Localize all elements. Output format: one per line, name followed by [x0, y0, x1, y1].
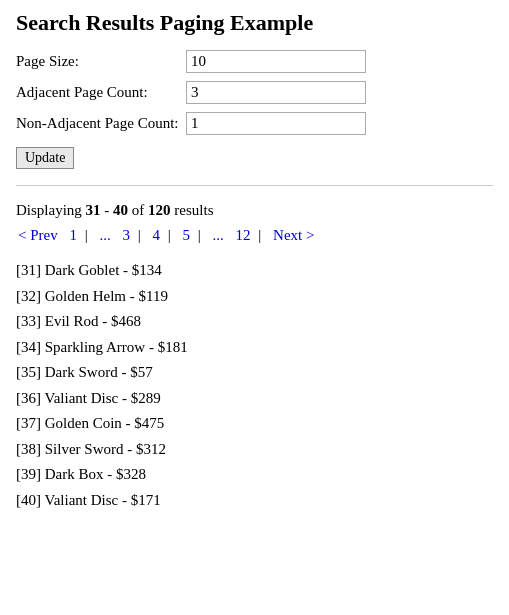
total: 120	[148, 202, 171, 218]
pagination: < Prev 1 | ... 3 | 4 | 5 | ... 12 | Next…	[16, 227, 493, 244]
results-text: results	[171, 202, 214, 218]
settings-form: Page Size: Adjacent Page Count: Non-Adja…	[16, 50, 493, 169]
page-3-link[interactable]: 3	[120, 227, 132, 244]
sep5: |	[132, 227, 143, 244]
page-size-label: Page Size:	[16, 53, 186, 70]
sep2: |	[79, 227, 90, 244]
list-item: [40] Valiant Disc - $171	[16, 488, 493, 514]
page-size-row: Page Size:	[16, 50, 493, 73]
list-item: [37] Golden Coin - $475	[16, 411, 493, 437]
sep3	[90, 227, 98, 244]
results-list: [31] Dark Goblet - $134[32] Golden Helm …	[16, 258, 493, 513]
sep1	[60, 227, 68, 244]
list-item: [35] Dark Sword - $57	[16, 360, 493, 386]
range-start: 31	[86, 202, 101, 218]
update-button[interactable]: Update	[16, 147, 74, 169]
non-adjacent-page-count-label: Non-Adjacent Page Count:	[16, 115, 186, 132]
page-1-link[interactable]: 1	[67, 227, 79, 244]
adjacent-page-count-label: Adjacent Page Count:	[16, 84, 186, 101]
ellipsis-2[interactable]: ...	[211, 227, 226, 244]
adjacent-page-count-row: Adjacent Page Count:	[16, 81, 493, 104]
range-end: 40	[113, 202, 128, 218]
sep11	[226, 227, 234, 244]
list-item: [38] Silver Sword - $312	[16, 437, 493, 463]
sep12: |	[253, 227, 264, 244]
sep6	[143, 227, 151, 244]
list-item: [36] Valiant Disc - $289	[16, 386, 493, 412]
prev-page-link[interactable]: < Prev	[16, 227, 60, 244]
list-item: [31] Dark Goblet - $134	[16, 258, 493, 284]
of-text: of	[128, 202, 148, 218]
list-item: [33] Evil Rod - $468	[16, 309, 493, 335]
range-sep: -	[101, 202, 114, 218]
sep10	[203, 227, 211, 244]
sep9: |	[192, 227, 203, 244]
display-info: Displaying 31 - 40 of 120 results	[16, 202, 493, 219]
non-adjacent-page-count-row: Non-Adjacent Page Count:	[16, 112, 493, 135]
page-title: Search Results Paging Example	[16, 10, 493, 36]
sep7: |	[162, 227, 173, 244]
page-12-link[interactable]: 12	[234, 227, 253, 244]
list-item: [39] Dark Box - $328	[16, 462, 493, 488]
sep8	[173, 227, 181, 244]
list-item: [32] Golden Helm - $119	[16, 284, 493, 310]
divider	[16, 185, 493, 186]
page-5-link[interactable]: 5	[181, 227, 193, 244]
sep13	[263, 227, 271, 244]
next-page-link[interactable]: Next >	[271, 227, 316, 244]
page-4-link[interactable]: 4	[151, 227, 163, 244]
non-adjacent-page-count-input[interactable]	[186, 112, 366, 135]
ellipsis-1[interactable]: ...	[97, 227, 112, 244]
list-item: [34] Sparkling Arrow - $181	[16, 335, 493, 361]
page-size-input[interactable]	[186, 50, 366, 73]
sep4	[113, 227, 121, 244]
display-prefix: Displaying	[16, 202, 86, 218]
adjacent-page-count-input[interactable]	[186, 81, 366, 104]
